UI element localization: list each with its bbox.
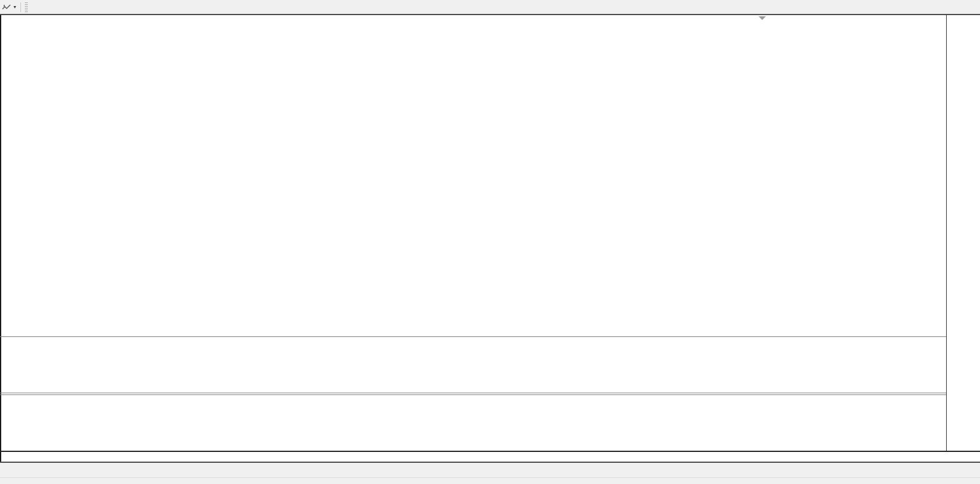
price-axis-border (946, 15, 947, 452)
toolbar-drag-grip[interactable] (25, 2, 28, 12)
chart-cursor-dropdown[interactable]: ▼ (0, 0, 19, 14)
chart-tab-bar (0, 463, 980, 477)
chart-bottom-border (0, 451, 980, 452)
chart-cursor-icon (2, 4, 11, 11)
tab-scroll-buttons (974, 463, 980, 477)
price-chart-canvas[interactable] (0, 25, 946, 336)
toolbar-separator (21, 2, 22, 12)
chart-shift-marker-icon[interactable] (759, 16, 766, 20)
mt4-application-window: ▼ (0, 0, 980, 484)
toolbar: ▼ (0, 0, 980, 14)
rsi-canvas[interactable] (0, 337, 946, 392)
chart-title-bar (1, 16, 945, 24)
macd-canvas[interactable] (0, 395, 946, 451)
window-top-border (0, 14, 980, 15)
chevron-down-icon: ▼ (13, 5, 17, 9)
status-bar (0, 477, 980, 484)
